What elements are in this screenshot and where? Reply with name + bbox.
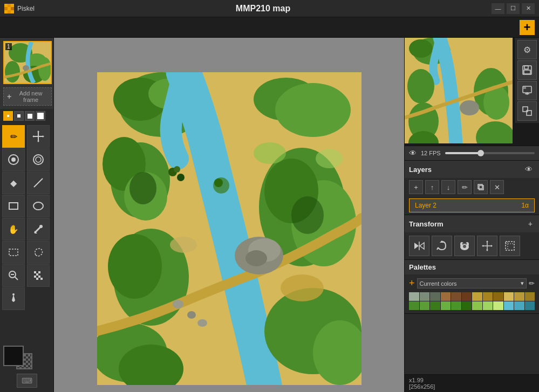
transform-section: Transform + [405,215,539,260]
svg-point-76 [291,196,324,234]
color-picker-button[interactable] [27,218,50,240]
dither-tool-button[interactable] [27,264,50,287]
color-swatch-17[interactable] [462,301,472,310]
frame-1[interactable]: 1 [3,41,52,84]
color-swatch-14[interactable] [430,301,440,310]
pan-tool-button[interactable]: ✋ [2,218,25,240]
layer-item[interactable]: Layer 2 1α [409,198,535,212]
edit-layer-button[interactable]: ✏ [458,180,472,194]
lighten-tool-button[interactable] [27,148,50,171]
rect-tool-button[interactable] [2,195,25,217]
pixel-canvas[interactable] [97,72,361,385]
color-swatch-3[interactable] [441,292,451,301]
move-layer-up-button[interactable]: ↑ [425,180,439,194]
color-swatch-10[interactable] [514,292,524,301]
close-button[interactable]: ✕ [522,3,535,14]
color-swatch-1[interactable] [420,292,430,301]
crop-button[interactable] [500,236,520,256]
color-swatch-13[interactable] [420,301,430,310]
resize-button[interactable] [517,101,537,121]
color-swatch-19[interactable] [483,301,493,310]
layers-section: Layers 👁 + ↑ ↓ ✏ ✕ Layer 2 1α [405,161,539,215]
export-button[interactable] [517,81,537,100]
color-area [0,342,53,369]
fps-icon: 👁 [409,149,417,157]
primary-color[interactable] [3,346,24,366]
move-crop-button[interactable] [477,236,497,256]
palette-dropdown[interactable]: Current colors ▾ [417,278,527,288]
color-swatch-20[interactable] [493,301,503,310]
eraser-tool-button[interactable] [2,148,25,171]
size-3-button[interactable] [25,111,35,121]
duplicate-layer-button[interactable] [474,180,488,194]
rotate-button[interactable] [432,236,452,256]
save-sprite-button[interactable] [517,60,537,80]
color-swatch-8[interactable] [493,292,503,301]
settings-button[interactable]: ⚙ [517,40,537,59]
new-button[interactable]: + [520,20,535,35]
layers-eye-button[interactable]: 👁 [523,164,535,175]
color-swatch-0[interactable] [409,292,419,301]
left-toolbar: 1 + [0,38,54,392]
lasso-select-button[interactable] [27,241,50,264]
ink-tool-button[interactable] [2,287,25,310]
move-layer-down-button[interactable]: ↓ [441,180,455,194]
color-swatch-23[interactable] [525,301,535,310]
window-title: MMP210 map [35,4,492,13]
app-name: Piskel [17,5,35,12]
fps-slider-thumb[interactable] [477,150,484,156]
svg-point-69 [177,174,185,181]
pen-tool-button[interactable]: ✏ [2,125,25,148]
color-swatch-4[interactable] [451,292,461,301]
svg-rect-6 [4,10,8,13]
svg-point-23 [11,157,16,162]
fps-slider[interactable] [445,152,535,154]
palette-dropdown-icon: ▾ [521,280,524,287]
keyboard-icon[interactable]: ⌨ [17,374,37,388]
add-frame-label: Add new frame [13,90,48,103]
size-4-button[interactable] [36,111,45,121]
svg-marker-19 [43,135,44,137]
add-frame-button[interactable]: + Add new frame [3,87,52,106]
animal-button[interactable] [454,236,475,256]
delete-layer-button[interactable]: ✕ [490,180,504,194]
color-swatch-22[interactable] [514,301,524,310]
move-tool-button[interactable] [27,125,50,148]
titlebar: Piskel MMP210 map — ☐ ✕ [0,0,539,17]
color-swatch-11[interactable] [525,292,535,301]
svg-rect-113 [523,87,526,89]
svg-point-24 [33,155,43,164]
flip-h-button[interactable] [409,236,429,256]
edit-palette-button[interactable]: ✏ [529,279,535,287]
svg-point-77 [281,274,324,301]
color-swatch-16[interactable] [451,301,461,310]
maximize-button[interactable]: ☐ [507,3,520,14]
color-swatch-12[interactable] [409,301,419,310]
zoom-out-button[interactable] [2,264,25,287]
color-swatch-6[interactable] [472,292,482,301]
minimize-button[interactable]: — [492,3,504,14]
rect-select-button[interactable] [2,241,25,264]
color-swatch-5[interactable] [462,292,472,301]
fill-tool-button[interactable]: ◆ [2,171,25,194]
color-swatch-18[interactable] [472,301,482,310]
color-swatch-2[interactable] [430,292,440,301]
add-transform-button[interactable]: + [526,218,535,229]
add-layer-button[interactable]: + [409,180,423,194]
color-swatch-9[interactable] [504,292,514,301]
color-swatch-21[interactable] [504,301,514,310]
ellipse-tool-button[interactable] [27,195,50,217]
layers-title: Layers [409,166,432,174]
canvas-dimensions: [256x256] [409,383,535,390]
canvas-container[interactable] [54,65,404,392]
svg-marker-105 [491,245,493,247]
color-grid [409,292,535,310]
size-2-button[interactable] [14,111,24,121]
svg-line-26 [34,178,43,187]
color-swatch-15[interactable] [441,301,451,310]
add-palette-button[interactable]: + [409,278,415,289]
size-1-button[interactable] [3,111,13,121]
svg-point-74 [316,149,343,168]
line-tool-button[interactable] [27,171,50,194]
color-swatch-7[interactable] [483,292,493,301]
